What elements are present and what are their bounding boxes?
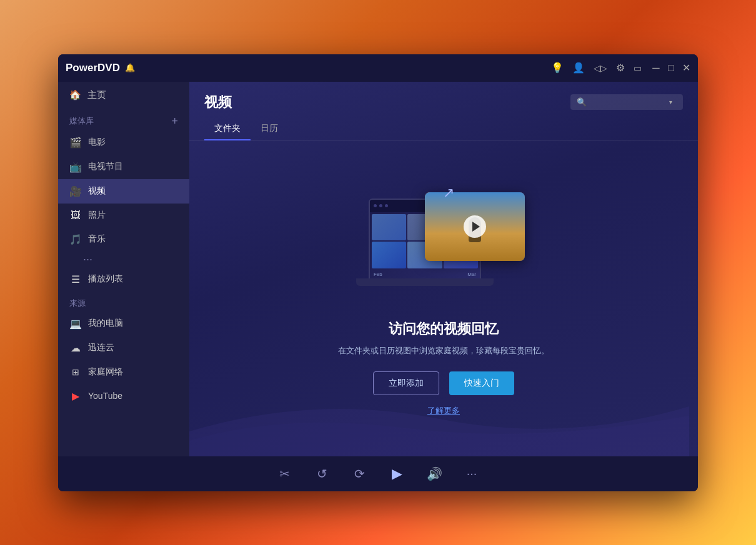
minimize-button[interactable]: ─ xyxy=(652,64,660,72)
maximize-button[interactable]: □ xyxy=(667,64,675,72)
toolbar: ✂ ↺ ⟳ ▶ 🔊 ··· xyxy=(58,456,698,491)
sidebar-item-photo[interactable]: 🖼 照片 xyxy=(58,204,189,227)
rotate-left-button[interactable]: ↺ xyxy=(312,464,332,484)
title-bar: PowerDVD 🔔 💡 👤 ◁▷ ⚙ ▭ ─ □ ✕ xyxy=(58,54,698,82)
add-media-button[interactable]: + xyxy=(171,115,178,128)
tv-label: 电视节目 xyxy=(88,161,123,172)
add-button[interactable]: 立即添加 xyxy=(373,371,439,395)
play-triangle xyxy=(472,222,480,232)
play-button-icon[interactable] xyxy=(464,215,486,238)
sidebar-item-network[interactable]: ⊞ 家庭网络 xyxy=(58,360,189,384)
network-label: 家庭网络 xyxy=(88,366,123,378)
sidebar-item-music[interactable]: 🎵 音乐 xyxy=(58,227,189,252)
quick-start-button[interactable]: 快速入门 xyxy=(449,371,514,395)
play-button[interactable]: ▶ xyxy=(387,464,407,484)
playlist-icon: ☰ xyxy=(69,273,82,285)
tab-calendar[interactable]: 日历 xyxy=(251,118,288,140)
home-label: 主页 xyxy=(87,89,106,101)
media-section: 媒体库 + xyxy=(58,109,189,130)
network-icon: ⊞ xyxy=(69,367,82,377)
video-icon: 🎥 xyxy=(69,185,82,197)
sources-label: 来源 xyxy=(69,298,86,308)
main-content: 🏠 主页 媒体库 + 🎬 电影 📺 电视节目 🎥 视频 xyxy=(58,82,698,456)
search-input[interactable] xyxy=(590,97,665,107)
page-title: 视频 xyxy=(204,93,232,112)
share-icon[interactable]: ◁▷ xyxy=(594,63,607,73)
loop-button[interactable]: ⟳ xyxy=(349,464,369,484)
win-controls: ─ □ ✕ xyxy=(652,64,690,72)
content-panel: 视频 🔍 ▾ 文件夹 日历 xyxy=(189,82,698,456)
cut-button[interactable]: ✂ xyxy=(274,464,294,484)
sidebar-item-movie[interactable]: 🎬 电影 xyxy=(58,130,189,155)
illustration: ↗ xyxy=(344,180,544,305)
content-main: ↗ xyxy=(189,140,698,456)
sidebar-item-home[interactable]: 🏠 主页 xyxy=(58,82,189,109)
mycomputer-label: 我的电脑 xyxy=(88,318,123,329)
youtube-label: YouTube xyxy=(88,391,122,401)
movie-label: 电影 xyxy=(88,137,106,148)
laptop-base xyxy=(356,278,494,286)
light-icon[interactable]: 💡 xyxy=(551,62,564,74)
cloud-icon: ☁ xyxy=(69,342,82,354)
video-thumbnail xyxy=(425,192,525,261)
title-bar-left: PowerDVD 🔔 xyxy=(66,62,551,74)
app-window: PowerDVD 🔔 💡 👤 ◁▷ ⚙ ▭ ─ □ ✕ 🏠 主页 媒体库 xyxy=(58,54,698,491)
photo-icon: 🖼 xyxy=(69,210,82,221)
gallery-thumb-4 xyxy=(372,242,406,268)
search-bar[interactable]: 🔍 ▾ xyxy=(570,94,683,110)
movie-icon: 🎬 xyxy=(69,137,82,149)
gallery-thumb-1 xyxy=(372,214,406,241)
bell-icon: 🔔 xyxy=(125,63,135,72)
sidebar-item-cloud[interactable]: ☁ 迅连云 xyxy=(58,336,189,360)
sidebar: 🏠 主页 媒体库 + 🎬 电影 📺 电视节目 🎥 视频 xyxy=(58,82,189,456)
learn-more-link[interactable]: 了解更多 xyxy=(427,405,460,416)
photo-label: 照片 xyxy=(88,210,106,221)
tabs-bar: 文件夹 日历 xyxy=(189,118,698,140)
search-dropdown-icon[interactable]: ▾ xyxy=(669,99,672,106)
tab-folder[interactable]: 文件夹 xyxy=(204,118,251,140)
user-icon[interactable]: 👤 xyxy=(572,62,585,74)
sidebar-item-video[interactable]: 🎥 视频 xyxy=(58,179,189,204)
youtube-icon: ▶ xyxy=(69,390,82,402)
sources-section: 来源 xyxy=(58,292,189,312)
music-label: 音乐 xyxy=(88,233,106,245)
window-icon[interactable]: ▭ xyxy=(634,63,642,73)
media-section-label: 媒体库 xyxy=(69,115,94,127)
close-button[interactable]: ✕ xyxy=(682,64,690,72)
music-icon: 🎵 xyxy=(69,233,82,245)
video-card xyxy=(425,192,525,261)
cloud-label: 迅连云 xyxy=(88,342,114,353)
search-icon: 🔍 xyxy=(577,97,587,107)
settings-icon[interactable]: ⚙ xyxy=(616,62,625,74)
computer-icon: 💻 xyxy=(69,318,82,330)
volume-button[interactable]: 🔊 xyxy=(424,464,444,484)
home-icon: 🏠 xyxy=(69,89,81,101)
more-button[interactable]: ··· xyxy=(462,464,482,484)
action-buttons: 立即添加 快速入门 xyxy=(373,371,514,395)
sync-arrow-icon: ↗ xyxy=(443,185,454,201)
main-desc: 在文件夹或日历视图中浏览家庭视频，珍藏每段宝贵回忆。 xyxy=(338,345,549,357)
sidebar-item-mycomputer[interactable]: 💻 我的电脑 xyxy=(58,312,189,336)
content-header: 视频 🔍 ▾ xyxy=(189,82,698,118)
app-name: PowerDVD xyxy=(66,62,120,74)
playlist-label: 播放列表 xyxy=(88,273,123,285)
video-label: 视频 xyxy=(88,185,106,197)
sidebar-item-youtube[interactable]: ▶ YouTube xyxy=(58,384,189,408)
title-bar-icons: 💡 👤 ◁▷ ⚙ ▭ xyxy=(551,62,642,74)
sidebar-item-playlist[interactable]: ☰ 播放列表 xyxy=(58,267,189,292)
sidebar-item-tv[interactable]: 📺 电视节目 xyxy=(58,155,189,179)
tv-icon: 📺 xyxy=(69,161,82,173)
sidebar-more-dots[interactable]: ··· xyxy=(58,252,189,267)
main-heading: 访问您的视频回忆 xyxy=(389,320,499,338)
